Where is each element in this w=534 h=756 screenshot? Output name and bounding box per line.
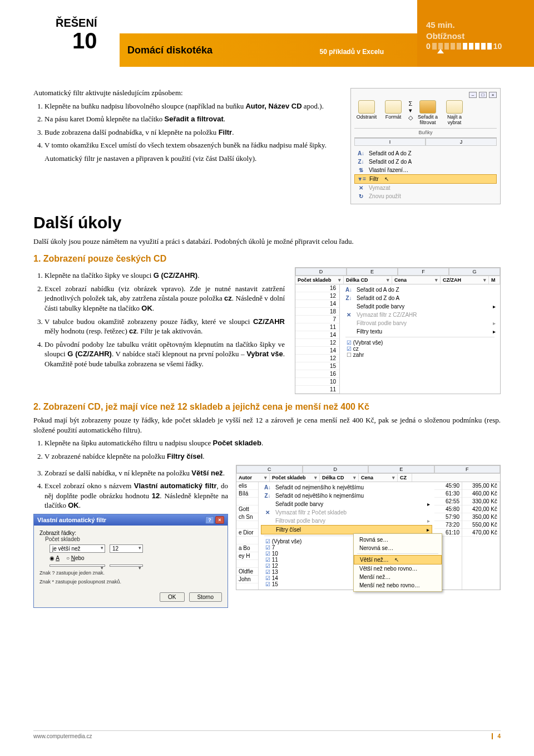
screenshot-ribbon-filter: – □ × Odstranit Formát Σ▾◇ Seřadit a fil… — [350, 88, 501, 204]
sort-za-icon: Z↓ — [357, 159, 365, 165]
page-footer: www.computermedia.cz 4 — [33, 730, 501, 739]
exercise-title: Domácí diskotéka — [127, 45, 212, 56]
cancel-button: Storno — [189, 592, 222, 602]
clear-icon: ✕ — [357, 185, 365, 191]
steps-task2-cont: Zobrazí se další nabídka, v ní klepněte … — [33, 468, 228, 510]
help-icon: ? — [205, 516, 214, 524]
heading-task2: 2. Zobrazení CD, jež mají více než 12 sk… — [33, 402, 501, 412]
sort-filter-icon — [419, 100, 436, 114]
number-filter-submenu: Rovná se… Nerovná se… Větší než…↖ Větší … — [353, 533, 442, 592]
dialog-title: Vlastní automatický filtr — [37, 517, 106, 523]
book-title: 50 příkladů v Excelu — [320, 17, 384, 67]
footer-url: www.computermedia.cz — [33, 733, 92, 739]
cursor-icon: ↖ — [394, 557, 399, 563]
steps-autofilter: Klepněte na buňku nadpisu libovolného sl… — [33, 101, 340, 164]
screenshot-number-filters: CDEF Autor▾ Počet skladeb▾ Délka CD▾ Cen… — [236, 465, 501, 590]
steps-task2: Klepněte na šipku automatického filtru u… — [33, 438, 501, 461]
delete-icon — [358, 100, 375, 114]
difficulty-scale: 0 10 — [426, 42, 525, 51]
radio-and: ◉ A — [50, 555, 60, 561]
operator2-select — [50, 564, 105, 567]
exercise-number: 10 — [56, 30, 97, 52]
sort-az-icon: A↓ — [357, 150, 365, 156]
intro-task2: Pokud mají být zobrazeny pouze ty řádky,… — [33, 415, 501, 435]
radio-or: ○ Nebo — [66, 555, 85, 561]
time-estimate: 45 min. — [426, 20, 525, 30]
cursor-icon: ↖ — [384, 176, 389, 182]
screenshot-custom-autofilter-dialog: Vlastní automatický filtr ?× Zobrazit řá… — [33, 514, 228, 608]
steps-task1: Klepněte na tlačítko šipky ve sloupci G … — [33, 271, 285, 369]
page-number: 4 — [492, 733, 501, 739]
window-restore-icon: □ — [479, 92, 487, 98]
format-icon — [385, 100, 402, 114]
find-select-icon — [446, 100, 463, 114]
reseni-label: ŘEŠENÍ — [56, 17, 97, 30]
heading-task1: 1. Zobrazení pouze českých CD — [33, 254, 501, 264]
ok-button: OK — [160, 592, 184, 602]
difficulty-label: Obtížnost — [426, 31, 525, 41]
window-close-icon: × — [489, 92, 497, 98]
page-header: ŘEŠENÍ 10 Domácí diskotéka 50 příkladů v… — [33, 17, 501, 72]
filter-icon: ▼= — [357, 176, 366, 182]
screenshot-filter-czzahr: DEFG Počet skladeb▾ Délka CD▾ Cena▾ CZ/Z… — [295, 267, 501, 394]
custom-sort-icon: ⇅ — [357, 167, 365, 173]
close-icon: × — [215, 516, 224, 524]
intro-text: Automatický filtr aktivujte následujícím… — [33, 88, 340, 98]
reapply-icon: ↻ — [357, 193, 365, 199]
value2-select — [110, 564, 143, 567]
value-select: 12 — [110, 544, 143, 553]
operator-select: je větší než — [50, 544, 105, 553]
intro-dalsi-ukoly: Další úkoly jsou pouze námětem na využit… — [33, 237, 501, 247]
heading-dalsi-ukoly: Další úkoly — [33, 213, 501, 232]
window-minimize-icon: – — [469, 92, 477, 98]
